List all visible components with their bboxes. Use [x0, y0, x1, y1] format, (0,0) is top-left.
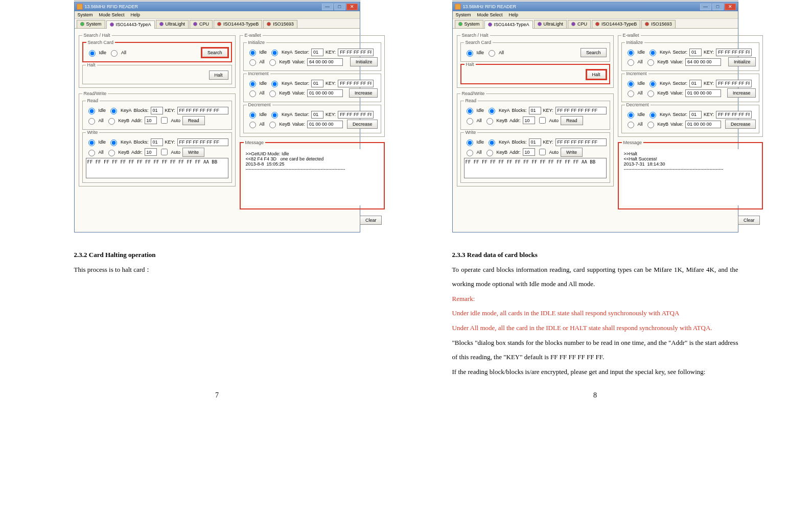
write-addr-input[interactable] — [523, 148, 535, 156]
dec-idle-radio[interactable] — [628, 112, 634, 119]
read-key-input[interactable] — [555, 107, 607, 114]
menu-mode-select[interactable]: Mode Select — [99, 12, 125, 17]
decrease-button[interactable]: Decrease — [347, 120, 378, 129]
init-keyb-radio[interactable] — [647, 59, 654, 66]
write-data-textarea[interactable]: FF FF FF FF FF FF FF FF FF FF FF FF FF F… — [464, 158, 607, 178]
menu-mode-select[interactable]: Mode Select — [477, 12, 503, 17]
read-all-radio[interactable] — [88, 118, 95, 125]
tab-ultralight[interactable]: UltraLight — [534, 20, 567, 28]
inc-idle-radio[interactable] — [628, 81, 634, 87]
inc-idle-radio[interactable] — [249, 81, 256, 87]
write-keya-radio[interactable] — [489, 139, 495, 146]
dec-keyb-radio[interactable] — [647, 122, 654, 128]
tab-iso14443-typeb[interactable]: ISO14443-TypeB — [214, 20, 262, 28]
dec-key-input[interactable] — [338, 111, 374, 119]
write-keya-radio[interactable] — [110, 139, 117, 146]
tab-iso14443-typea[interactable]: ISO14443-TypeA — [106, 20, 155, 29]
search-button[interactable]: Search — [202, 48, 228, 57]
dec-all-radio[interactable] — [249, 122, 256, 128]
write-blocks-input[interactable] — [529, 138, 541, 146]
write-key-input[interactable] — [555, 138, 607, 146]
write-keyb-radio[interactable] — [486, 150, 493, 156]
write-auto-checkbox[interactable] — [539, 149, 546, 155]
write-idle-radio[interactable] — [88, 139, 95, 146]
read-blocks-input[interactable] — [151, 107, 163, 114]
write-blocks-input[interactable] — [151, 138, 163, 146]
search-idle-radio[interactable] — [89, 50, 96, 57]
close-button[interactable]: ✕ — [725, 4, 736, 10]
inc-value-input[interactable] — [307, 89, 343, 97]
menubar[interactable]: System Mode Select Help — [453, 11, 738, 19]
init-all-radio[interactable] — [249, 59, 256, 66]
inc-keyb-radio[interactable] — [269, 90, 276, 97]
tab-iso14443-typeb[interactable]: ISO14443-TypeB — [592, 20, 640, 28]
increase-button[interactable]: Increase — [349, 88, 378, 98]
init-keyb-radio[interactable] — [269, 59, 276, 66]
maximize-button[interactable]: □ — [334, 4, 345, 10]
inc-key-input[interactable] — [716, 80, 752, 87]
read-button[interactable]: Read — [561, 116, 583, 125]
dec-value-input[interactable] — [685, 121, 721, 128]
write-key-input[interactable] — [177, 138, 228, 146]
tab-iso15693[interactable]: ISO15693 — [641, 20, 676, 28]
increase-button[interactable]: Increase — [727, 88, 756, 98]
read-keya-radio[interactable] — [489, 108, 495, 114]
read-idle-radio[interactable] — [467, 108, 473, 114]
inc-keya-radio[interactable] — [271, 81, 278, 87]
minimize-button[interactable]: — — [322, 4, 333, 10]
init-key-input[interactable] — [338, 49, 374, 56]
search-all-radio[interactable] — [489, 50, 495, 57]
read-all-radio[interactable] — [467, 118, 473, 125]
inc-all-radio[interactable] — [249, 90, 256, 97]
write-idle-radio[interactable] — [467, 139, 473, 146]
tab-iso14443-typea[interactable]: ISO14443-TypeA — [484, 20, 533, 29]
dec-sector-input[interactable] — [689, 111, 702, 119]
init-value-input[interactable] — [307, 58, 343, 66]
write-all-radio[interactable] — [467, 150, 473, 156]
clear-button[interactable]: Clear — [738, 216, 760, 225]
clear-button[interactable]: Clear — [360, 216, 382, 225]
read-keyb-radio[interactable] — [486, 118, 493, 125]
menu-help[interactable]: Help — [509, 12, 519, 17]
tab-ultralight[interactable]: UltraLight — [156, 20, 189, 28]
read-auto-checkbox[interactable] — [539, 117, 546, 124]
inc-sector-input[interactable] — [311, 80, 323, 87]
inc-all-radio[interactable] — [628, 90, 634, 97]
init-sector-input[interactable] — [311, 49, 323, 56]
init-keya-radio[interactable] — [649, 50, 656, 56]
init-value-input[interactable] — [685, 58, 721, 66]
init-sector-input[interactable] — [689, 49, 702, 56]
write-addr-input[interactable] — [145, 148, 157, 156]
minimize-button[interactable]: — — [700, 4, 711, 10]
menu-help[interactable]: Help — [131, 12, 141, 17]
write-auto-checkbox[interactable] — [161, 149, 168, 155]
read-key-input[interactable] — [177, 107, 228, 114]
init-idle-radio[interactable] — [249, 50, 256, 56]
halt-button[interactable]: Halt — [209, 71, 228, 80]
init-all-radio[interactable] — [628, 59, 634, 66]
maximize-button[interactable]: □ — [712, 4, 724, 10]
dec-idle-radio[interactable] — [249, 112, 256, 119]
inc-key-input[interactable] — [338, 80, 374, 87]
read-keya-radio[interactable] — [110, 108, 117, 114]
tab-system[interactable]: System — [77, 20, 105, 28]
write-keyb-radio[interactable] — [108, 150, 115, 156]
dec-keya-radio[interactable] — [271, 112, 278, 119]
read-blocks-input[interactable] — [529, 107, 541, 114]
search-all-radio[interactable] — [111, 50, 118, 57]
dec-keya-radio[interactable] — [649, 112, 656, 119]
read-button[interactable]: Read — [182, 116, 205, 125]
tab-cpu[interactable]: CPU — [568, 20, 591, 28]
init-key-input[interactable] — [716, 49, 752, 56]
decrease-button[interactable]: Decrease — [725, 120, 756, 129]
menu-system[interactable]: System — [78, 12, 93, 17]
write-button[interactable]: Write — [182, 148, 204, 157]
inc-value-input[interactable] — [685, 89, 721, 97]
read-keyb-radio[interactable] — [108, 118, 115, 125]
close-button[interactable]: ✕ — [346, 4, 358, 10]
tab-cpu[interactable]: CPU — [190, 20, 213, 28]
dec-value-input[interactable] — [307, 121, 343, 128]
tab-system[interactable]: System — [455, 20, 483, 28]
read-idle-radio[interactable] — [88, 108, 95, 114]
dec-key-input[interactable] — [716, 111, 752, 119]
